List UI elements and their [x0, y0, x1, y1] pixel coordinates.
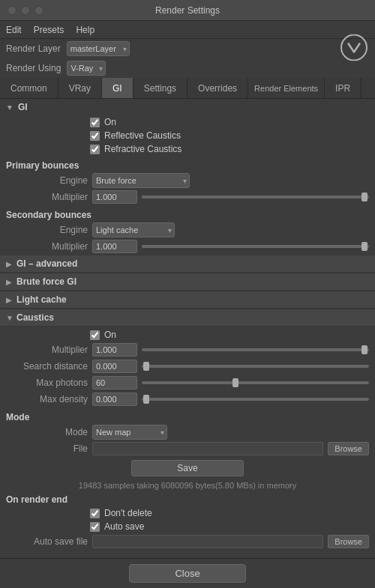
primary-multiplier-slider[interactable] [142, 196, 369, 198]
gi-on-label: On [104, 117, 116, 127]
caustics-on-checkbox[interactable] [90, 330, 100, 340]
tab-settings[interactable]: Settings [134, 78, 188, 98]
secondary-multiplier-row: Multiplier [0, 238, 375, 255]
secondary-engine-label: Engine [6, 225, 92, 235]
caustics-header[interactable]: ▼ Caustics [0, 309, 375, 327]
light-cache-arrow: ▶ [6, 296, 16, 304]
vray-logo [340, 34, 368, 64]
primary-multiplier-slider-wrapper [137, 196, 369, 198]
mode-row: Mode New map [0, 424, 375, 440]
gi-on-checkbox[interactable] [90, 118, 100, 127]
maximize-traffic-light[interactable] [34, 6, 44, 15]
caustics-title: Caustics [16, 312, 54, 323]
gi-reflective-label: Reflective Caustics [104, 130, 181, 141]
menu-presets[interactable]: Presets [34, 25, 64, 35]
window-title: Render Settings [155, 5, 220, 16]
caustics-max-density-slider-wrapper [137, 398, 369, 401]
caustics-search-distance-label: Search distance [6, 361, 92, 372]
render-layer-label: Render Layer [6, 43, 61, 54]
file-row: File Browse [0, 440, 375, 457]
caustics-multiplier-slider[interactable] [142, 348, 369, 351]
gi-refractive-row: Refractive Caustics [0, 142, 375, 156]
light-cache-row[interactable]: ▶ Light cache [0, 291, 375, 309]
primary-engine-select[interactable]: Brute force [92, 173, 190, 188]
brute-force-gi-row[interactable]: ▶ Brute force GI [0, 273, 375, 291]
minimize-traffic-light[interactable] [21, 6, 30, 15]
save-button-row: Save [0, 457, 375, 479]
render-layer-row: Render Layer masterLayer [0, 39, 375, 58]
caustics-max-photons-input[interactable] [92, 376, 137, 390]
secondary-multiplier-input[interactable] [92, 240, 137, 253]
close-button[interactable]: Close [129, 564, 245, 583]
render-layer-select[interactable]: masterLayer [67, 41, 130, 56]
secondary-multiplier-slider[interactable] [142, 245, 369, 248]
primary-bounces-label: Primary bounces [0, 156, 375, 172]
auto-save-label: Auto save [104, 521, 144, 532]
caustics-multiplier-row: Multiplier [0, 342, 375, 358]
mode-section-label: Mode [0, 407, 375, 424]
gi-section-header[interactable]: ▼ GI [0, 99, 375, 115]
auto-save-checkbox[interactable] [90, 522, 100, 532]
gi-refractive-label: Refractive Caustics [104, 144, 182, 154]
gi-refractive-checkbox[interactable] [90, 145, 100, 154]
tab-overrides[interactable]: Overrides [188, 78, 248, 98]
autosave-file-input[interactable] [92, 535, 323, 548]
secondary-engine-select[interactable]: Light cache [92, 222, 175, 237]
menu-help[interactable]: Help [76, 25, 94, 35]
render-using-label: Render Using [6, 63, 61, 73]
svg-point-0 [341, 35, 367, 61]
tab-gi[interactable]: GI [102, 78, 134, 98]
caustics-max-density-row: Max density [0, 391, 375, 407]
dont-delete-label: Don't delete [104, 508, 152, 518]
caustics-multiplier-input[interactable] [92, 343, 137, 357]
caustics-on-row: On [0, 327, 375, 342]
tab-vray[interactable]: VRay [58, 78, 102, 98]
secondary-bounces-label: Secondary bounces [0, 205, 375, 222]
render-using-select-wrapper: V-Ray [67, 61, 106, 76]
gi-reflective-row: Reflective Caustics [0, 129, 375, 142]
tab-common[interactable]: Common [0, 78, 58, 98]
tab-ipr[interactable]: IPR [325, 78, 362, 98]
primary-multiplier-label: Multiplier [6, 192, 92, 202]
caustics-max-density-input[interactable] [92, 392, 137, 406]
secondary-multiplier-slider-wrapper [137, 245, 369, 248]
menubar: Edit Presets Help [0, 21, 375, 39]
caustics-max-density-slider[interactable] [142, 398, 369, 401]
bottom-bar: Close [0, 558, 375, 588]
render-using-row: Render Using V-Ray [0, 58, 375, 78]
caustics-multiplier-slider-wrapper [137, 348, 369, 351]
brute-force-gi-arrow: ▶ [6, 278, 16, 286]
titlebar: Render Settings [0, 0, 375, 21]
primary-engine-row: Engine Brute force [0, 172, 375, 189]
secondary-engine-row: Engine Light cache [0, 222, 375, 238]
dont-delete-checkbox[interactable] [90, 509, 100, 518]
mode-select[interactable]: New map [92, 425, 167, 440]
primary-engine-select-wrapper: Brute force [92, 173, 190, 188]
tab-render-elements[interactable]: Render Elements [248, 78, 325, 98]
light-cache-title: Light cache [16, 294, 67, 305]
render-layer-select-wrapper: masterLayer [67, 41, 130, 56]
main-scroll-area: ▼ GI On Reflective Caustics Refractive C… [0, 99, 375, 558]
caustics-arrow: ▼ [6, 314, 16, 322]
render-using-select[interactable]: V-Ray [67, 61, 106, 76]
caustics-multiplier-label: Multiplier [6, 345, 92, 355]
file-browse-button[interactable]: Browse [328, 442, 369, 455]
gi-section-title: GI [18, 102, 28, 112]
gi-advanced-row[interactable]: ▶ GI – advanced [0, 255, 375, 273]
caustics-search-distance-input[interactable] [92, 360, 137, 373]
close-traffic-light[interactable] [8, 6, 16, 15]
caustics-max-photons-slider[interactable] [142, 381, 369, 384]
menu-edit[interactable]: Edit [6, 25, 22, 35]
gi-advanced-arrow: ▶ [6, 260, 16, 268]
primary-multiplier-input[interactable] [92, 190, 137, 204]
brute-force-gi-title: Brute force GI [16, 276, 76, 287]
caustics-search-distance-slider[interactable] [142, 365, 369, 368]
autosave-browse-button[interactable]: Browse [328, 535, 369, 548]
file-input[interactable] [92, 442, 323, 455]
file-label: File [6, 443, 92, 454]
save-button[interactable]: Save [131, 460, 243, 476]
mode-label: Mode [6, 427, 92, 437]
caustics-max-photons-row: Max photons [0, 375, 375, 391]
gi-reflective-checkbox[interactable] [90, 131, 100, 141]
dont-delete-row: Don't delete [0, 506, 375, 520]
